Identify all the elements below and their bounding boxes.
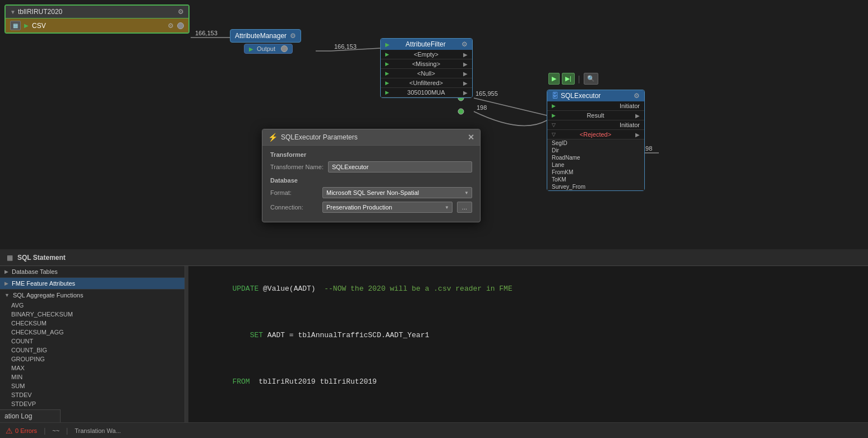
sqlexec-attr-fromkm: FromKM [547, 169, 644, 176]
sidebar-section-database-tables: ▶ Database Tables [0, 266, 184, 278]
sqlexec-attr-lane: Lane [547, 161, 644, 169]
connection-row: Connection: Preservation Production ... [270, 202, 472, 213]
modal-header: ⚡ SQLExecutor Parameters ✕ [262, 129, 480, 146]
sqlexec-attr-tokm: ToKM [547, 176, 644, 183]
attrfil-row-unfiltered: ▶ <Unfiltered> ▶ [381, 78, 472, 88]
sidebar-section-sql-aggregate: ▼ SQL Aggregate Functions AVG BINARY_CHE… [0, 290, 184, 427]
rejected-arrow: ▶ [635, 132, 640, 138]
connection-browse-button[interactable]: ... [457, 202, 472, 213]
svg-text:165,955: 165,955 [475, 90, 498, 97]
output-port[interactable] [281, 45, 288, 52]
bottom-content: ▶ Database Tables ▶ FME Feature Attribut… [0, 266, 868, 438]
attrfil-row-null: ▶ <Null> ▶ [381, 69, 472, 78]
code-update: UPDATE [232, 285, 263, 293]
play-icon6: ▶ [385, 71, 389, 76]
run-btn[interactable]: ▶ [548, 73, 560, 85]
arrow-icon2: ▶ [463, 61, 468, 67]
output-label: Output [257, 45, 275, 52]
svg-point-11 [458, 109, 464, 114]
node-attributefilter[interactable]: ▶ AttributeFilter ⚙ ▶ <Empty> ▶ ▶ <Missi… [380, 38, 473, 98]
status-translation: Translation Wa... [75, 427, 121, 434]
database-section-title: Database [270, 177, 472, 184]
search-btn[interactable]: 🔍 [584, 73, 598, 85]
arrow-icon3: ▶ [463, 71, 468, 77]
bottom-panel-header: ▦ SQL Statement [0, 249, 868, 266]
modal-title-area: ⚡ SQLExecutor Parameters [268, 133, 358, 142]
node-tblirirut2020-body: ▦ ▶ CSV ⚙ [6, 18, 188, 32]
node-tblirirut2020-header: ▼ tblIRIRUT2020 ⚙ [6, 6, 188, 18]
gear-icon[interactable]: ⚙ [178, 8, 184, 16]
sqlexec-row-initiator2: ▽ Initiator [547, 120, 644, 130]
sidebar-item-min[interactable]: MIN [0, 372, 184, 381]
fme-feature-label: FME Feature Attributes [12, 280, 75, 287]
connection-select-wrapper: Preservation Production [322, 202, 453, 213]
node-sqlexecutor[interactable]: 🗄 SQLExecutor ⚙ ▶ Initiator ▶ Result ▶ ▽… [547, 90, 645, 191]
sidebar-section-header-fme-feature[interactable]: ▶ FME Feature Attributes [0, 278, 184, 289]
status-separator: | [44, 427, 45, 435]
sidebar-section-header-database-tables[interactable]: ▶ Database Tables [0, 266, 184, 277]
node-attributefilter-header: ▶ AttributeFilter ⚙ [381, 39, 472, 50]
csv-gear-icon[interactable]: ⚙ [168, 22, 174, 30]
sql-aggregate-label: SQL Aggregate Functions [13, 292, 84, 299]
code-line-blank3 [197, 400, 859, 412]
attrfil-gear-icon[interactable]: ⚙ [461, 40, 468, 48]
code-comment-1: --NOW the 2020 will be a .csv reader in … [324, 285, 512, 293]
sqlexec-row-result: ▶ Result ▶ [547, 111, 644, 120]
sidebar-item-stdevp[interactable]: STDEVP [0, 399, 184, 408]
format-row: Format: Microsoft SQL Server Non-Spatial [270, 187, 472, 198]
sidebar-item-count-big[interactable]: COUNT_BIG [0, 346, 184, 355]
sidebar-item-grouping[interactable]: GROUPING [0, 355, 184, 364]
play-icon2: ▶ [249, 46, 253, 52]
database-tables-label: Database Tables [12, 268, 58, 275]
code-line-2: SET AADT = tblAnnualTrafficSCD.AADT_Year… [197, 318, 859, 353]
sidebar-item-checksum-agg[interactable]: CHECKSUM_AGG [0, 328, 184, 337]
play-icon4: ▶ [385, 52, 389, 57]
play-icon: ▶ [24, 22, 29, 29]
arrow-icon: ▶ [463, 52, 468, 58]
sqlexec-row-initiator1: ▶ Initiator [547, 101, 644, 111]
sidebar-section-header-sql-aggregate[interactable]: ▼ SQL Aggregate Functions [0, 290, 184, 301]
transformer-section-title: Transformer [270, 151, 472, 158]
play-icon5: ▶ [385, 61, 389, 67]
modal-close-button[interactable]: ✕ [468, 133, 474, 142]
sidebar-item-max[interactable]: MAX [0, 364, 184, 372]
sidebar-item-stdev[interactable]: STDEV [0, 390, 184, 399]
node-tblirirut2020[interactable]: ▼ tblIRIRUT2020 ⚙ ▦ ▶ CSV ⚙ [4, 4, 190, 34]
arrow-icon5: ▶ [463, 90, 468, 96]
code-editor[interactable]: UPDATE @Value(AADT) --NOW the 2020 will … [188, 266, 868, 438]
attrman-gear-icon[interactable]: ⚙ [290, 32, 296, 40]
node-attributemanager[interactable]: AttributeManager ⚙ [230, 29, 301, 43]
status-sep2: ~~ [52, 427, 59, 434]
translation-log-tab: ation Log [0, 409, 61, 422]
triangle-icon: ▶ [4, 269, 8, 274]
code-from: FROM [232, 378, 254, 386]
node-attributemanager-output: ▶ Output [244, 44, 293, 54]
tri-icon2: ▽ [552, 132, 556, 137]
code-line-blank1 [197, 306, 859, 318]
sidebar-item-checksum[interactable]: CHECKSUM [0, 319, 184, 328]
arrow-icon4: ▶ [463, 80, 468, 86]
sidebar-item-count[interactable]: COUNT [0, 337, 184, 346]
modal-body: Transformer Transformer Name: Database F… [262, 146, 480, 222]
sqlexec-row-rejected: ▽ <Rejected> ▶ [547, 130, 644, 139]
bottom-panel: ▦ SQL Statement ▶ Database Tables ▶ FME … [0, 249, 868, 438]
transformer-name-input[interactable] [328, 161, 472, 173]
format-label: Format: [270, 189, 318, 196]
sidebar-item-binary-checksum[interactable]: BINARY_CHECKSUM [0, 310, 184, 319]
svg-line-3 [331, 48, 380, 51]
code-line-3: FROM tblIriRut2019 tblIriRut2019 [197, 365, 859, 399]
csv-port-out[interactable] [177, 22, 184, 29]
run-selected-btn[interactable]: ▶| [562, 73, 575, 85]
format-select[interactable]: Microsoft SQL Server Non-Spatial [322, 187, 472, 198]
error-count: 0 Errors [15, 427, 37, 434]
transformer-name-row: Transformer Name: [270, 161, 472, 173]
svg-line-5 [474, 98, 547, 115]
sidebar-item-avg[interactable]: AVG [0, 301, 184, 310]
format-select-wrapper: Microsoft SQL Server Non-Spatial [322, 187, 472, 198]
connection-select[interactable]: Preservation Production [322, 202, 453, 213]
tri-icon: ▽ [552, 122, 556, 128]
sqlexec-gear-icon[interactable]: ⚙ [634, 92, 640, 100]
sidebar-item-sum[interactable]: SUM [0, 381, 184, 390]
play-icon3: ▶ [385, 41, 390, 48]
attrfil-label: AttributeFilter [405, 40, 445, 48]
